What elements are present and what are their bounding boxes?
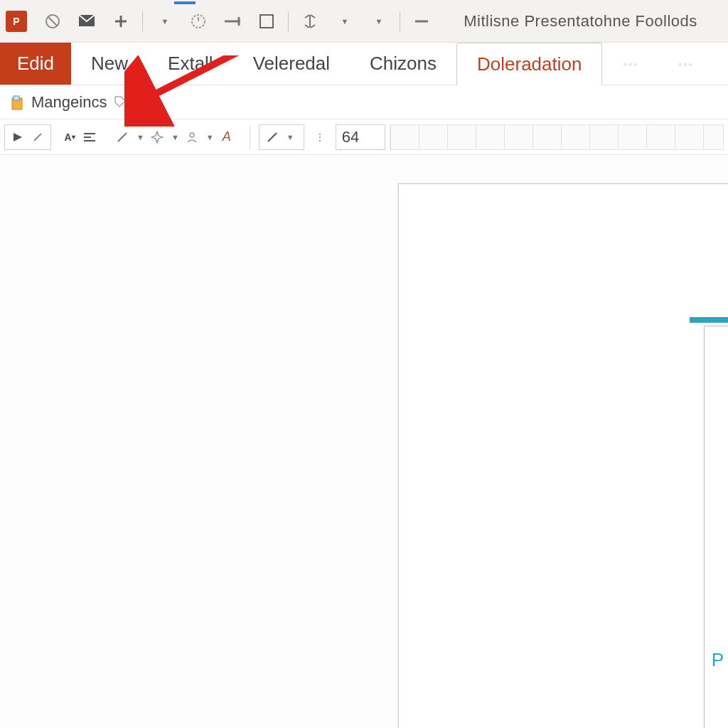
undo-line-icon[interactable] [220, 9, 245, 34]
ribbon-tabs: Edid New Extall Veleredal Chizons Dolera… [0, 43, 728, 85]
tab-label: Veleredal [253, 53, 330, 75]
svg-line-11 [305, 15, 309, 18]
chevron-down-icon[interactable]: ▼ [136, 133, 144, 141]
chevron-down-icon: ▼ [287, 133, 294, 141]
play-tool[interactable] [4, 124, 51, 150]
tab-disabled: ······ [713, 43, 728, 85]
svg-rect-18 [14, 96, 19, 100]
minus-icon[interactable] [409, 9, 434, 34]
font-size-value: 64 [342, 128, 359, 146]
clear-format-icon[interactable]: A [220, 130, 234, 144]
sub-toolbar: Mangeincs [0, 85, 728, 119]
plus-icon[interactable] [108, 9, 134, 34]
dropdown-icon[interactable]: ▼ [151, 9, 177, 34]
pen-icon [265, 130, 279, 144]
svg-rect-9 [260, 15, 273, 28]
font-a-icon[interactable]: A▾ [63, 130, 77, 144]
horizontal-ruler[interactable] [390, 124, 724, 150]
pen-weight-tool[interactable]: ▼ [259, 124, 304, 150]
title-bar: P ▼ ▼ ▼ Mitlisne Presentatohne Foollods [0, 0, 728, 43]
align-icon[interactable] [82, 130, 97, 144]
tab-disabled: ··· [658, 43, 713, 85]
window-title: Mitlisne Presentatohne Foollods [439, 12, 722, 31]
tab-label: Doleradation [477, 53, 582, 75]
clock-icon[interactable] [186, 9, 211, 34]
chevron-down-icon[interactable]: ▼ [206, 133, 214, 141]
font-group: A▾ [55, 124, 104, 151]
pencil-icon [31, 130, 45, 144]
dropdown-icon[interactable]: ▼ [365, 9, 391, 34]
slide-canvas[interactable] [398, 183, 728, 728]
qat-separator [400, 11, 400, 31]
person-icon[interactable] [185, 130, 199, 144]
tab-label: New [91, 53, 128, 75]
font-size-input[interactable]: 64 [336, 124, 385, 150]
svg-line-14 [311, 25, 315, 28]
svg-line-25 [118, 133, 127, 141]
ruler-ticks [390, 125, 723, 149]
tab-file[interactable]: Edid [0, 43, 71, 85]
qat-separator [288, 11, 289, 31]
document-icon [10, 95, 24, 109]
play-icon [11, 130, 25, 144]
svg-line-27 [268, 133, 277, 141]
tab-extall[interactable]: Extall [148, 43, 233, 85]
tag-icon[interactable] [114, 95, 128, 109]
placeholder-hint: P [712, 649, 724, 671]
pen-icon[interactable] [115, 130, 129, 144]
tab-file-label: Edid [17, 53, 54, 75]
tab-veleredal[interactable]: Veleredal [233, 43, 350, 85]
tab-label: Chizons [370, 53, 437, 75]
sub-toolbar-label: Mangeincs [31, 93, 107, 112]
svg-line-1 [48, 17, 57, 26]
chevron-down-icon[interactable]: ▼ [171, 133, 179, 141]
qat-active-indicator [174, 1, 196, 4]
square-icon[interactable] [254, 9, 279, 34]
split-icon[interactable] [297, 9, 323, 34]
ribbon-separator [250, 125, 250, 149]
autosave-circle-icon[interactable] [40, 9, 65, 34]
draw-group: ▼ ▼ ▼ A [108, 124, 241, 151]
svg-line-21 [34, 134, 41, 141]
tab-new[interactable]: New [71, 43, 148, 85]
app-icon-letter: P [13, 16, 19, 26]
svg-line-12 [311, 15, 315, 18]
svg-line-13 [305, 25, 309, 28]
mail-icon[interactable] [74, 9, 100, 34]
workspace: P [0, 155, 728, 728]
qat-separator [142, 11, 143, 31]
formatting-ribbon: A▾ ▼ ▼ ▼ A ▼ ⋮ 64 [0, 119, 728, 155]
dropdown-icon[interactable]: ▼ [331, 9, 357, 34]
history-icon[interactable] [135, 95, 149, 109]
svg-marker-20 [14, 133, 22, 141]
tab-doleradation[interactable]: Doleradation [456, 43, 602, 85]
app-icon[interactable]: P [6, 11, 27, 32]
tab-disabled: ··· [602, 43, 658, 85]
sparkle-icon[interactable] [150, 130, 164, 144]
slide-accent-bar [690, 317, 728, 323]
svg-point-26 [190, 133, 194, 137]
ruler-toggle-icon[interactable]: ⋮ [313, 130, 327, 144]
tab-chizons[interactable]: Chizons [350, 43, 456, 85]
tab-label: Extall [168, 53, 213, 75]
